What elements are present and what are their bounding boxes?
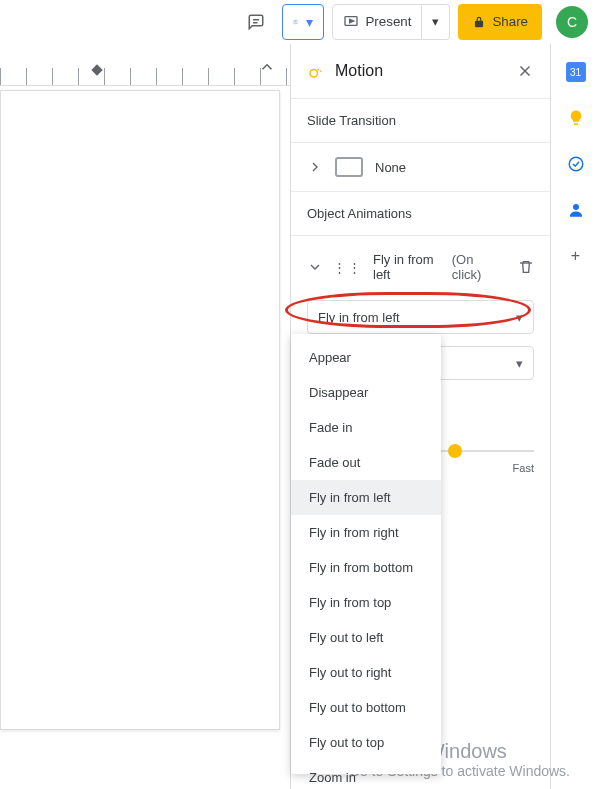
tasks-icon[interactable] (566, 154, 586, 174)
top-toolbar: ▾ Present ▾ Share C (0, 0, 600, 44)
present-button-group: Present ▾ (332, 4, 450, 40)
animation-trigger-label: (On click) (452, 252, 498, 282)
keep-icon[interactable] (566, 108, 586, 128)
dropdown-item[interactable]: Fly out to bottom (291, 690, 441, 725)
dropdown-item[interactable]: Disappear (291, 375, 441, 410)
slider-thumb[interactable] (448, 444, 462, 458)
side-panel: 31 + (550, 44, 600, 789)
dropdown-item[interactable]: Fly out to left (291, 620, 441, 655)
caret-down-icon: ▾ (516, 310, 523, 325)
dropdown-item[interactable]: Appear (291, 340, 441, 375)
caret-down-icon: ▾ (516, 356, 523, 371)
avatar-initial: C (567, 14, 577, 30)
delete-animation-button[interactable] (518, 259, 534, 275)
contacts-icon[interactable] (566, 200, 586, 220)
object-animations-header: Object Animations (291, 191, 550, 235)
svg-point-9 (573, 204, 579, 210)
dropdown-item[interactable]: Fly in from bottom (291, 550, 441, 585)
main-area: Motion Slide Transition None Object Anim… (0, 44, 600, 789)
calendar-icon[interactable]: 31 (566, 62, 586, 82)
svg-point-8 (569, 157, 583, 171)
dropdown-item[interactable]: Fly in from left (291, 480, 441, 515)
chevron-down-icon[interactable] (307, 259, 323, 275)
drag-handle-icon[interactable]: ⋮⋮ (333, 260, 363, 275)
share-button[interactable]: Share (458, 4, 542, 40)
dropdown-item[interactable]: Fly out to right (291, 655, 441, 690)
present-dropdown-button[interactable]: ▾ (422, 4, 450, 40)
slide-canvas-column (0, 44, 290, 789)
comment-history-button[interactable] (238, 4, 274, 40)
dropdown-item[interactable]: Fade out (291, 445, 441, 480)
transition-value: None (375, 160, 406, 175)
play-icon (343, 14, 359, 30)
upload-icon (293, 14, 298, 30)
present-label: Present (365, 14, 411, 29)
svg-point-5 (310, 70, 318, 78)
animation-effect-dropdown: Appear Disappear Fade in Fade out Fly in… (291, 334, 441, 774)
upload-button[interactable]: ▾ (282, 4, 324, 40)
motion-panel-body: Slide Transition None Object Animations … (291, 98, 550, 789)
account-avatar[interactable]: C (556, 6, 588, 38)
transition-none-icon (335, 157, 363, 177)
animation-effect-name: Fly in from left (373, 252, 442, 282)
trash-icon (518, 259, 534, 275)
dropdown-item[interactable]: Fly out to top (291, 725, 441, 760)
horizontal-ruler (0, 68, 290, 86)
slide-canvas[interactable] (0, 90, 280, 730)
slide-transition-header: Slide Transition (291, 98, 550, 142)
dropdown-item[interactable]: Fly in from right (291, 515, 441, 550)
motion-panel-header: Motion (291, 44, 550, 98)
effect-select-value: Fly in from left (318, 310, 400, 325)
lock-icon (472, 15, 486, 29)
motion-title: Motion (335, 62, 383, 80)
chevron-right-icon (307, 159, 323, 175)
present-button[interactable]: Present (332, 4, 422, 40)
animation-effect-select[interactable]: Fly in from left ▾ (307, 300, 534, 334)
close-icon (516, 62, 534, 80)
comment-icon (247, 13, 265, 31)
animation-controls: Fly in from left ▾ ▾ Fast (291, 300, 550, 480)
dropdown-item[interactable]: Fade in (291, 410, 441, 445)
animation-item-row: ⋮⋮ Fly in from left (On click) (291, 235, 550, 298)
dropdown-item[interactable]: Zoom in (291, 760, 441, 789)
caret-down-icon: ▾ (306, 14, 313, 30)
transition-row[interactable]: None (291, 142, 550, 191)
add-side-app-button[interactable]: + (566, 246, 586, 266)
dropdown-item[interactable]: Fly in from top (291, 585, 441, 620)
motion-icon (307, 62, 325, 80)
speed-label-fast: Fast (513, 462, 534, 474)
svg-marker-4 (350, 19, 354, 22)
share-label: Share (492, 14, 528, 29)
close-panel-button[interactable] (516, 62, 534, 80)
motion-panel: Motion Slide Transition None Object Anim… (290, 44, 550, 789)
